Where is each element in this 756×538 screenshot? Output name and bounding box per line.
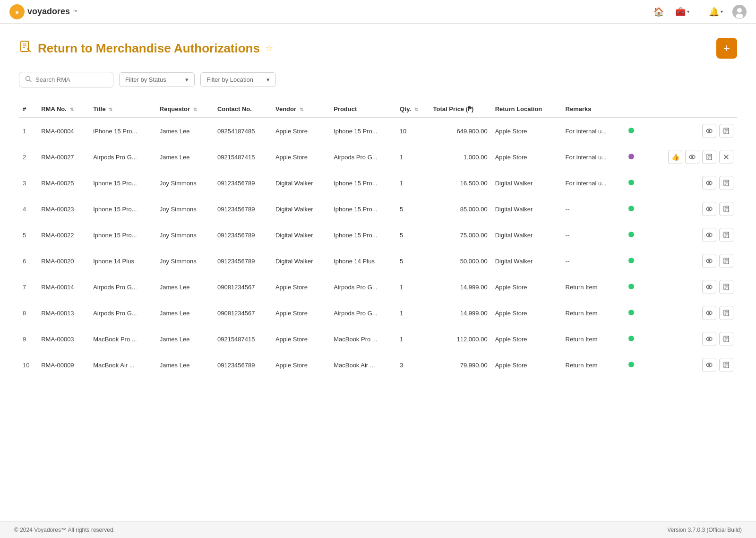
- cell-num: 2: [19, 144, 37, 170]
- cell-product: Airpods Pro G...: [330, 274, 396, 300]
- view-button[interactable]: [702, 332, 716, 346]
- table-row: 3 RMA-00025 Iphone 15 Pro... Joy Simmons…: [19, 170, 737, 196]
- cell-qty: 1: [396, 326, 430, 352]
- doc-button[interactable]: [719, 332, 733, 346]
- col-return-location: Return Location: [491, 101, 562, 118]
- doc-button[interactable]: [719, 202, 733, 216]
- cell-rma-no: RMA-00003: [37, 326, 89, 352]
- cell-contact: 09081234567: [214, 300, 272, 326]
- cell-qty: 1: [396, 170, 430, 196]
- status-dot: [628, 336, 634, 341]
- doc-button[interactable]: [719, 254, 733, 268]
- add-button[interactable]: +: [716, 38, 737, 59]
- doc-button[interactable]: [719, 306, 733, 320]
- cell-vendor: Apple Store: [272, 274, 330, 300]
- filter-location[interactable]: Filter by Location ▾: [200, 72, 276, 87]
- cell-return-location: Apple Store: [491, 144, 562, 170]
- cell-status: [625, 300, 642, 326]
- status-dot: [628, 128, 634, 133]
- cell-actions: 👍: [642, 144, 737, 170]
- svg-text:e: e: [16, 9, 19, 16]
- cell-total-price: 75,000.00: [430, 222, 491, 248]
- view-button[interactable]: [702, 176, 716, 190]
- search-input[interactable]: [35, 76, 102, 83]
- status-dot: [628, 180, 634, 185]
- row-actions: [645, 228, 733, 242]
- cell-return-location: Apple Store: [491, 118, 562, 144]
- notifications-button[interactable]: 🔔 ▾: [707, 5, 725, 19]
- page-title: Return to Merchandise Authorizations: [38, 41, 260, 56]
- cell-qty: 1: [396, 144, 430, 170]
- sort-vendor-icon[interactable]: ⇅: [300, 107, 303, 112]
- doc-button[interactable]: [719, 228, 733, 242]
- cell-actions: [642, 170, 737, 196]
- view-button[interactable]: [702, 306, 716, 320]
- cell-product: MacBook Air ...: [330, 352, 396, 378]
- approve-button[interactable]: 👍: [668, 150, 682, 164]
- favorite-star-icon[interactable]: ☆: [266, 43, 273, 53]
- cell-product: Iphone 15 Pro...: [330, 170, 396, 196]
- cell-qty: 5: [396, 248, 430, 274]
- svg-rect-5: [21, 41, 28, 52]
- view-button[interactable]: [685, 150, 699, 164]
- table-row: 5 RMA-00022 Iphone 15 Pro... Joy Simmons…: [19, 222, 737, 248]
- table-row: 10 RMA-00009 MacBook Air ... James Lee 0…: [19, 352, 737, 378]
- cell-status: [625, 144, 642, 170]
- cell-contact: 09081234567: [214, 274, 272, 300]
- col-rma-no: RMA No. ⇅: [37, 101, 89, 118]
- doc-button[interactable]: [719, 176, 733, 190]
- cancel-button[interactable]: [719, 150, 733, 164]
- view-button[interactable]: [702, 280, 716, 294]
- view-button[interactable]: [702, 358, 716, 372]
- cell-return-location: Digital Walker: [491, 196, 562, 222]
- sort-requestor-icon[interactable]: ⇅: [193, 107, 197, 112]
- cell-remarks: Return Item: [562, 274, 625, 300]
- doc-button[interactable]: [719, 280, 733, 294]
- cell-title: Airpods Pro G...: [89, 274, 156, 300]
- cell-rma-no: RMA-00020: [37, 248, 89, 274]
- cell-num: 5: [19, 222, 37, 248]
- cell-qty: 1: [396, 300, 430, 326]
- row-actions: [645, 202, 733, 216]
- cell-actions: [642, 300, 737, 326]
- filter-location-label: Filter by Location: [206, 76, 253, 83]
- filter-status[interactable]: Filter by Status ▾: [119, 72, 195, 87]
- home-button[interactable]: 🏠: [652, 5, 666, 19]
- svg-point-62: [708, 338, 710, 340]
- cell-requestor: Joy Simmons: [156, 222, 214, 248]
- sort-rma-icon[interactable]: ⇅: [70, 107, 74, 112]
- table-container: # RMA No. ⇅ Title ⇅ Requestor ⇅ Contact …: [19, 101, 737, 378]
- cell-requestor: James Lee: [156, 326, 214, 352]
- col-qty: Qty. ⇅: [396, 101, 430, 118]
- table-row: 8 RMA-00013 Airpods Pro G... James Lee 0…: [19, 300, 737, 326]
- brand-tm: ™: [73, 9, 77, 14]
- cell-qty: 3: [396, 352, 430, 378]
- cell-return-location: Apple Store: [491, 326, 562, 352]
- cell-vendor: Digital Walker: [272, 196, 330, 222]
- cell-requestor: James Lee: [156, 352, 214, 378]
- sort-title-icon[interactable]: ⇅: [109, 107, 112, 112]
- view-button[interactable]: [702, 202, 716, 216]
- filters: Filter by Status ▾ Filter by Location ▾: [19, 72, 737, 87]
- svg-point-44: [708, 260, 710, 262]
- cell-total-price: 649,900.00: [430, 118, 491, 144]
- cell-product: Iphone 14 Plus: [330, 248, 396, 274]
- cell-vendor: Digital Walker: [272, 222, 330, 248]
- status-dot: [628, 310, 634, 315]
- doc-button[interactable]: [719, 358, 733, 372]
- cell-remarks: Return Item: [562, 352, 625, 378]
- cell-status: [625, 352, 642, 378]
- tools-button[interactable]: 🧰 ▾: [673, 5, 691, 19]
- cell-rma-no: RMA-00013: [37, 300, 89, 326]
- cell-title: MacBook Pro ...: [89, 326, 156, 352]
- cell-status: [625, 170, 642, 196]
- sort-qty-icon[interactable]: ⇅: [414, 107, 418, 112]
- doc-button[interactable]: [719, 124, 733, 138]
- doc-button[interactable]: [702, 150, 716, 164]
- view-button[interactable]: [702, 228, 716, 242]
- avatar[interactable]: [732, 5, 747, 19]
- view-button[interactable]: [702, 124, 716, 138]
- col-num: #: [19, 101, 37, 118]
- view-button[interactable]: [702, 254, 716, 268]
- cell-remarks: --: [562, 196, 625, 222]
